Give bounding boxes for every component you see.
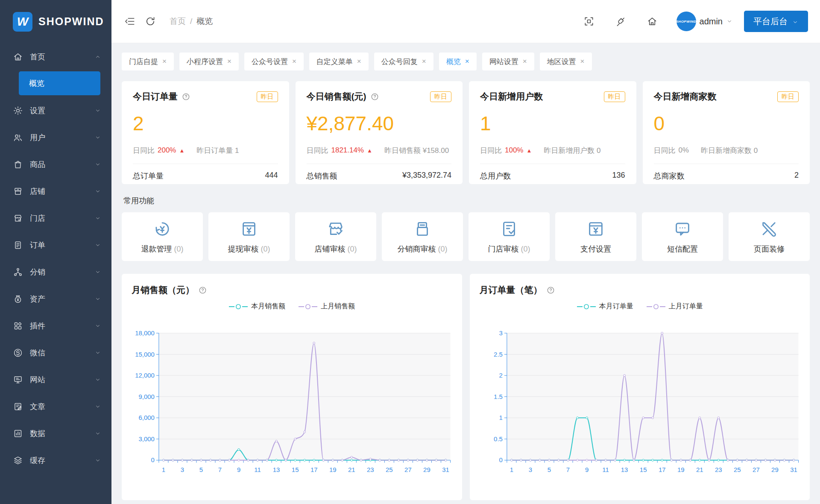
quick-action-3[interactable]: 店铺审核 (0) [295,212,376,261]
tab-4[interactable]: 自定义菜单× [309,53,369,70]
sidebar-item-5[interactable]: 店铺 [0,178,111,205]
breadcrumb-home[interactable]: 首页 [170,16,186,27]
svg-text:11: 11 [254,466,261,473]
tab-close-icon[interactable]: × [162,57,167,66]
tab-1[interactable]: 门店自提× [122,53,174,70]
sidebar-item-11[interactable]: 微信 [0,339,111,366]
legend-item[interactable]: 上月销售额 [298,302,355,311]
tab-close-icon[interactable]: × [465,57,469,66]
sidebar-item-14[interactable]: 数据 [0,420,111,447]
chart-title: 月订单量（笔） [480,284,542,296]
user-menu[interactable]: SHOPWIND admin [676,12,733,31]
quick-action-1[interactable]: 退款管理 (0) [122,212,203,261]
sidebar-item-7[interactable]: 订单 [0,231,111,258]
breadcrumb-current: 概览 [196,16,213,27]
app-root: W SHOPWIND 首页概览设置用户商品店铺门店订单分销资产插件微信网站文章数… [0,0,820,504]
legend-item[interactable]: 本月销售额 [228,302,285,311]
help-icon[interactable] [546,286,555,295]
help-icon[interactable] [198,286,207,295]
asset-icon [13,294,23,304]
tab-6[interactable]: 概览× [439,53,477,70]
page-content: 门店自提×小程序设置×公众号设置×自定义菜单×公众号回复×概览×网站设置×地区设… [111,43,820,504]
refresh-button[interactable] [143,14,158,29]
distribution-icon [13,267,23,277]
quick-section-label: 常用功能 [123,196,810,206]
svg-text:0: 0 [499,456,502,463]
orders-line-chart[interactable]: 00.511.522.53135791113151719212325272931 [480,329,800,487]
yesterday-badge[interactable]: 昨日 [257,91,278,102]
total-value: 444 [265,171,278,181]
sidebar-item-3[interactable]: 用户 [0,124,111,151]
sidebar-subitem-overview[interactable]: 概览 [19,71,100,95]
chevron-down-icon [94,269,101,275]
tab-close-icon[interactable]: × [227,57,231,66]
quick-action-7[interactable]: 短信配置 [642,212,723,261]
sidebar-item-15[interactable]: 缓存 [0,447,111,474]
plugin-icon [13,321,23,331]
svg-text:23: 23 [367,466,374,473]
sales-line-chart[interactable]: 03,0006,0009,00012,00015,00018,000135791… [132,329,452,487]
quick-action-4[interactable]: 分销商审核 (0) [382,212,463,261]
chart-legend: 本月订单量上月订单量 [480,302,800,311]
sidebar-item-9[interactable]: 资产 [0,285,111,312]
tab-8[interactable]: 地区设置× [540,53,592,70]
tab-7[interactable]: 网站设置× [482,53,534,70]
brand-logo-icon: W [13,12,32,32]
avatar[interactable]: SHOPWIND [676,12,696,31]
sidebar-item-6[interactable]: 门店 [0,205,111,231]
quick-action-2[interactable]: 提现审核 (0) [208,212,290,261]
compare-label: 日同比 [133,146,155,155]
brand-logo[interactable]: W SHOPWIND [0,0,111,43]
chevron-down-icon [94,376,101,383]
quick-action-6[interactable]: 支付设置 [555,212,636,261]
collapse-menu-button[interactable] [123,14,137,29]
chevron-down-icon [94,457,101,464]
fullscreen-icon [583,16,594,27]
sidebar-item-12[interactable]: 网站 [0,366,111,393]
orders-chart-panel: 月订单量（笔）本月订单量上月订单量00.511.522.531357911131… [470,274,810,500]
tab-close-icon[interactable]: × [422,57,426,66]
tab-label: 门店自提 [129,57,158,67]
help-icon[interactable] [370,92,379,101]
sidebar-item-label: 用户 [30,132,94,143]
platform-switch-button[interactable]: 平台后台 [744,11,808,32]
tab-2[interactable]: 小程序设置× [179,53,239,70]
sidebar-item-13[interactable]: 文章 [0,393,111,420]
home-button[interactable] [645,14,659,29]
shop-icon [13,186,23,196]
svg-text:7: 7 [218,466,222,473]
sidebar-item-2[interactable]: 设置 [0,97,111,124]
charts-row: 月销售额（元）本月销售额上月销售额03,0006,0009,00012,0001… [122,274,810,500]
sidebar-item-label: 分销 [30,267,94,277]
sidebar-item-8[interactable]: 分销 [0,258,111,285]
yesterday-badge[interactable]: 昨日 [604,91,625,102]
tab-close-icon[interactable]: × [580,57,585,66]
legend-item[interactable]: 本月订单量 [577,302,633,311]
sidebar-item-10[interactable]: 插件 [0,312,111,339]
svg-text:31: 31 [790,466,797,473]
legend-item[interactable]: 上月订单量 [646,302,703,311]
help-icon[interactable] [182,92,190,101]
yesterday-badge[interactable]: 昨日 [777,91,799,102]
yesterday-badge[interactable]: 昨日 [430,91,451,102]
tab-close-icon[interactable]: × [523,57,527,66]
chevron-down-icon [94,188,101,195]
theme-brush-button[interactable] [613,14,628,29]
tab-close-icon[interactable]: × [292,57,296,66]
sidebar-item-label: 订单 [30,240,94,250]
svg-text:15: 15 [639,466,647,473]
total-label: 总用户数 [480,171,511,181]
quick-action-5[interactable]: 门店审核 (0) [469,212,550,261]
fullscreen-button[interactable] [582,14,596,29]
svg-text:12,000: 12,000 [135,372,155,379]
tab-5[interactable]: 公众号回复× [374,53,433,70]
quick-action-count: (0) [348,245,357,253]
quick-action-8[interactable]: 页面装修 [729,212,810,261]
topbar-actions: SHOPWIND admin 平台后台 [582,11,808,32]
stat-card-title: 今日订单量 [133,91,178,103]
goods-icon [13,159,23,170]
sidebar-item-4[interactable]: 商品 [0,151,111,178]
sidebar-item-1[interactable]: 首页 [0,43,111,70]
tab-close-icon[interactable]: × [357,57,361,66]
tab-3[interactable]: 公众号设置× [244,53,304,70]
